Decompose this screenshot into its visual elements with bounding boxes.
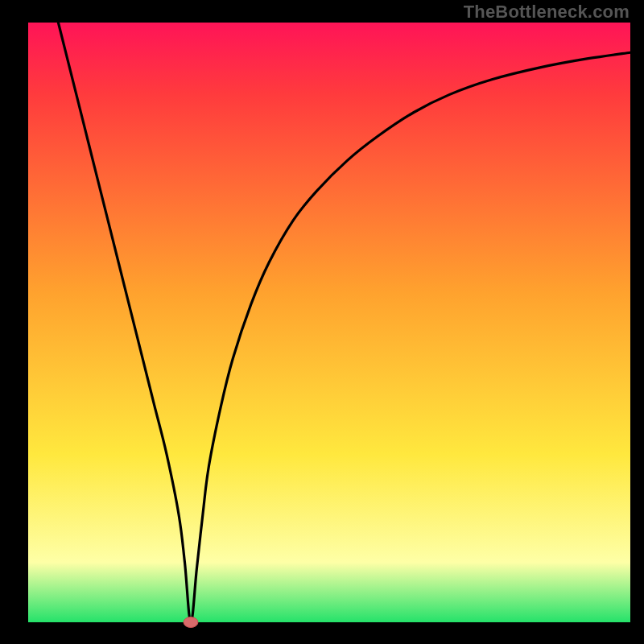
attribution-text: TheBottleneck.com [464,2,630,23]
minimum-marker [184,617,198,628]
bottleneck-chart [0,0,644,644]
chart-frame: { "attribution": "TheBottleneck.com", "c… [0,0,644,644]
plot-area [28,23,630,622]
